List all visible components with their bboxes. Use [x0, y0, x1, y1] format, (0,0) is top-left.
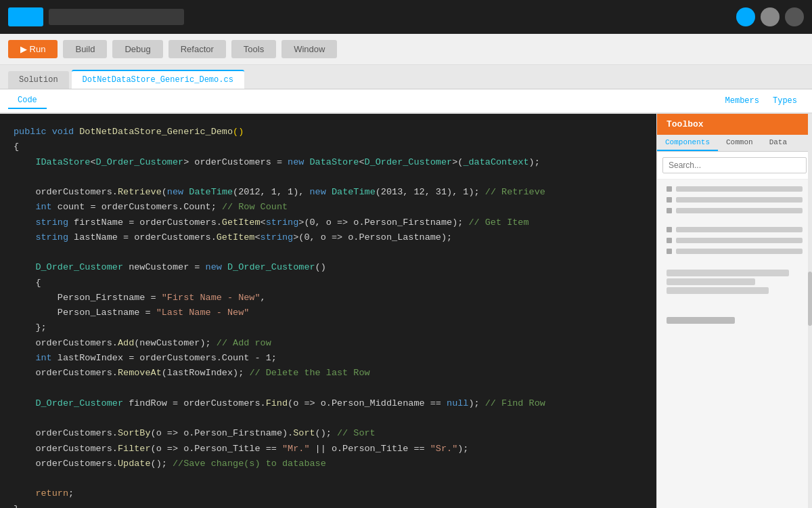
item-label [676, 227, 803, 232]
group-line [667, 317, 735, 324]
debug-button[interactable]: Debug [112, 40, 162, 58]
code-line-25: return; [14, 486, 643, 501]
rp-tab-components[interactable]: Components [657, 135, 718, 151]
code-line-10: D_Order_Customer newCustomer = new D_Ord… [14, 260, 643, 275]
item-label [676, 208, 803, 213]
item-label [676, 249, 803, 254]
item-icon [667, 249, 672, 254]
tools-button[interactable]: Tools [231, 40, 276, 58]
scrollbar-track[interactable] [808, 114, 812, 508]
code-line-2: { [14, 140, 643, 154]
group-line [667, 287, 769, 294]
item-icon [667, 197, 672, 203]
code-line-4 [14, 170, 643, 185]
item-label [676, 238, 803, 243]
refactor-button[interactable]: Refactor [168, 40, 226, 58]
code-line-11: { [14, 276, 643, 291]
list-item[interactable] [662, 235, 807, 246]
tab-code-file[interactable]: DotNetDataStore_Generic_Demo.cs [72, 70, 244, 89]
item-icon [667, 238, 672, 243]
list-item[interactable] [662, 194, 807, 205]
code-line-15: orderCustomers.Add(newCustomer); // Add … [14, 336, 643, 351]
item-icon [667, 227, 672, 232]
code-line-16: int lastRowIndex = orderCustomers.Count … [14, 351, 643, 366]
code-line-21: orderCustomers.SortBy(o => o.Person_Firs… [14, 426, 643, 441]
right-panel-items [657, 179, 812, 333]
code-line-24 [14, 471, 643, 486]
sub-tab-bar: Code Members Types [0, 89, 812, 114]
code-editor[interactable]: public void DotNetDataStore_Generic_Demo… [0, 114, 656, 508]
right-panel-tabs: Components Common Data [657, 135, 812, 152]
item-icon [667, 208, 672, 213]
code-line-17: orderCustomers.RemoveAt(lastRowIndex); /… [14, 366, 643, 381]
item-label [676, 197, 803, 203]
maximize-button[interactable] [761, 7, 780, 26]
top-bar [0, 0, 812, 34]
list-item[interactable] [662, 246, 807, 257]
rp-tab-common[interactable]: Common [718, 135, 761, 151]
code-line-23: orderCustomers.Update(); //Save change(s… [14, 457, 643, 471]
close-button[interactable] [785, 7, 804, 26]
search-input[interactable] [662, 157, 807, 173]
code-line-12: Person_Firstname = "First Name - New", [14, 291, 643, 305]
code-line-8: string lastName = orderCustomers.GetItem… [14, 230, 643, 245]
code-line-3: IDataStore<D_Order_Customer> orderCustom… [14, 155, 643, 170]
window-controls [736, 7, 804, 26]
list-item[interactable] [662, 205, 807, 216]
code-line-19: D_Order_Customer findRow = orderCustomer… [14, 396, 643, 411]
code-line-7: string firstName = orderCustomers.GetIte… [14, 215, 643, 230]
main-content: public void DotNetDataStore_Generic_Demo… [0, 114, 812, 508]
build-button[interactable]: Build [63, 40, 107, 58]
tab-solution[interactable]: Solution [8, 71, 69, 89]
code-line-18 [14, 381, 643, 396]
code-line-22: orderCustomers.Filter(o => o.Person_Titl… [14, 442, 643, 457]
group-line [667, 278, 755, 285]
scrollbar-thumb[interactable] [808, 272, 812, 326]
app-title [49, 9, 184, 25]
tab-bar: Solution DotNetDataStore_Generic_Demo.cs [0, 65, 812, 89]
code-line-14: }; [14, 320, 643, 335]
code-line-6: int count = orderCustomers.Count; // Row… [14, 200, 643, 215]
code-line-20 [14, 411, 643, 426]
list-item[interactable] [662, 224, 807, 235]
window-button[interactable]: Window [281, 40, 337, 58]
group-line [667, 270, 789, 276]
right-panel-header: Toolbox [657, 114, 812, 135]
item-icon [667, 186, 672, 192]
rp-tab-data[interactable]: Data [761, 135, 795, 151]
app-logo [8, 7, 43, 26]
code-line-5: orderCustomers.Retrieve(new DateTime(201… [14, 185, 643, 200]
run-button[interactable]: ▶ Run [8, 40, 58, 58]
list-item[interactable] [662, 184, 807, 194]
code-line-1: public void DotNetDataStore_Generic_Demo… [14, 125, 643, 140]
item-label [676, 186, 803, 192]
subtab-members[interactable]: Members [719, 93, 766, 108]
main-toolbar: ▶ Run Build Debug Refactor Tools Window [0, 34, 812, 65]
subtab-types[interactable]: Types [766, 93, 804, 108]
code-line-26: } [14, 502, 643, 508]
right-panel-search [657, 152, 812, 179]
right-panel: Toolbox Components Common Data [656, 114, 812, 508]
minimize-button[interactable] [736, 7, 755, 26]
code-line-9 [14, 245, 643, 260]
subtab-code[interactable]: Code [8, 93, 47, 109]
code-line-13: Person_Lastname = "Last Name - New" [14, 305, 643, 320]
